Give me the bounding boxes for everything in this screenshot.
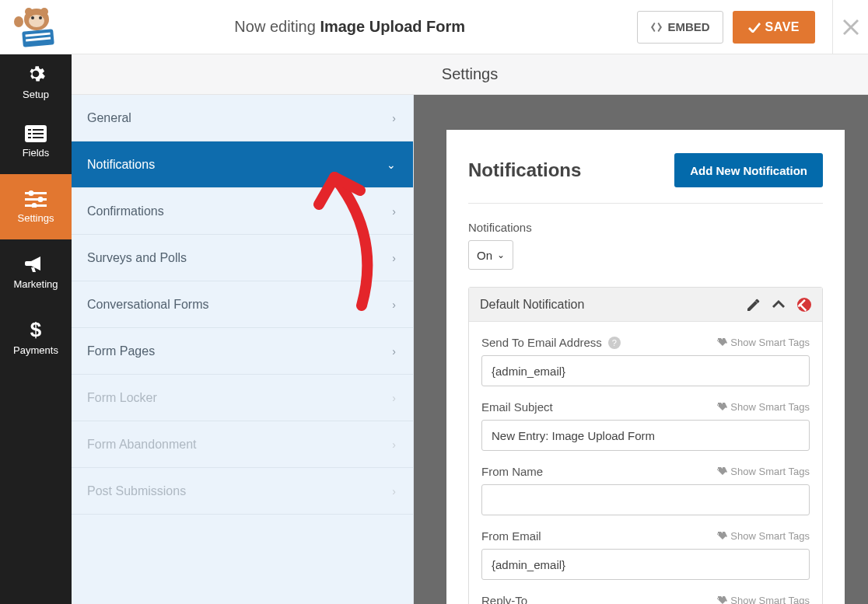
svg-rect-14 bbox=[33, 133, 44, 134]
sidebar-item-settings[interactable]: Settings bbox=[0, 174, 72, 239]
chevron-right-icon: › bbox=[392, 112, 396, 124]
tags-icon bbox=[716, 403, 727, 412]
svg-point-3 bbox=[29, 15, 44, 27]
svg-point-1 bbox=[25, 8, 33, 16]
editing-title: Now editing Image Upload Form bbox=[62, 18, 637, 36]
tags-icon bbox=[716, 467, 727, 477]
field-label-fromemail: From Email bbox=[481, 529, 541, 543]
sliders-icon bbox=[25, 190, 47, 208]
svg-rect-12 bbox=[33, 129, 44, 131]
field-label-replyto: Reply-To bbox=[481, 594, 527, 604]
top-bar: Now editing Image Upload Form EMBED SAVE bbox=[0, 0, 868, 54]
tags-icon bbox=[716, 532, 727, 541]
smart-tags-link[interactable]: Show Smart Tags bbox=[716, 595, 810, 604]
editing-form-name: Image Upload Form bbox=[320, 18, 465, 35]
notifications-toggle[interactable]: On ⌄ bbox=[468, 240, 513, 270]
chevron-down-icon: ⌄ bbox=[387, 159, 396, 171]
submenu-item-notifications[interactable]: Notifications ⌄ bbox=[72, 141, 413, 188]
chevron-up-icon[interactable] bbox=[772, 300, 785, 309]
chevron-right-icon: › bbox=[392, 299, 396, 311]
submenu-item-postsubmissions[interactable]: Post Submissions › bbox=[72, 468, 413, 515]
svg-point-20 bbox=[38, 197, 44, 202]
svg-point-22 bbox=[32, 203, 37, 208]
field-label-subject: Email Subject bbox=[481, 400, 553, 414]
svg-point-4 bbox=[31, 16, 34, 19]
sidebar-item-marketing[interactable]: Marketing bbox=[0, 239, 72, 305]
svg-rect-15 bbox=[28, 137, 31, 138]
field-label-sendto: Send To Email Address bbox=[481, 336, 602, 349]
tags-icon bbox=[716, 338, 727, 347]
submenu-item-confirmations[interactable]: Confirmations › bbox=[72, 188, 413, 235]
check-icon bbox=[748, 22, 761, 33]
editing-prefix: Now editing bbox=[234, 18, 316, 35]
chevron-right-icon: › bbox=[392, 438, 396, 451]
notifications-label: Notifications bbox=[468, 221, 823, 234]
notification-card: Default Notification Send To Email Addre… bbox=[468, 287, 823, 604]
chevron-right-icon: › bbox=[392, 392, 396, 404]
help-icon[interactable]: ? bbox=[608, 337, 621, 349]
save-button[interactable]: SAVE bbox=[733, 11, 815, 44]
card-header: Default Notification bbox=[469, 288, 822, 322]
submenu-item-conversational[interactable]: Conversational Forms › bbox=[72, 281, 413, 328]
chevron-right-icon: › bbox=[392, 485, 396, 498]
fromname-input[interactable] bbox=[481, 484, 810, 515]
smart-tags-link[interactable]: Show Smart Tags bbox=[716, 337, 810, 348]
tags-icon bbox=[716, 596, 727, 605]
gear-icon bbox=[26, 64, 46, 84]
sidebar: Setup Fields Settings Marketing $ Paymen… bbox=[0, 54, 72, 604]
delete-icon[interactable] bbox=[797, 298, 811, 312]
subject-input[interactable] bbox=[481, 420, 810, 451]
smart-tags-link[interactable]: Show Smart Tags bbox=[716, 466, 810, 477]
svg-rect-16 bbox=[33, 137, 44, 138]
svg-rect-13 bbox=[28, 133, 31, 134]
fromemail-input[interactable] bbox=[481, 549, 810, 580]
smart-tags-link[interactable]: Show Smart Tags bbox=[716, 530, 810, 542]
sendto-input[interactable] bbox=[481, 355, 810, 386]
add-notification-button[interactable]: Add New Notification bbox=[674, 153, 823, 187]
field-label-fromname: From Name bbox=[481, 465, 543, 478]
sidebar-item-setup[interactable]: Setup bbox=[0, 54, 72, 109]
app-logo bbox=[8, 4, 62, 51]
settings-header: Settings bbox=[72, 54, 868, 95]
list-icon bbox=[25, 125, 47, 142]
panel-title: Notifications bbox=[468, 159, 581, 181]
chevron-right-icon: › bbox=[392, 205, 396, 218]
submenu-item-abandonment[interactable]: Form Abandonment › bbox=[72, 421, 413, 468]
smart-tags-link[interactable]: Show Smart Tags bbox=[716, 401, 810, 413]
svg-rect-11 bbox=[28, 129, 31, 131]
close-button[interactable] bbox=[833, 0, 868, 54]
chevron-right-icon: › bbox=[392, 345, 396, 358]
submenu-item-surveys[interactable]: Surveys and Polls › bbox=[72, 235, 413, 281]
sidebar-item-payments[interactable]: $ Payments bbox=[0, 305, 72, 370]
submenu-item-formlocker[interactable]: Form Locker › bbox=[72, 375, 413, 421]
dollar-icon: $ bbox=[30, 319, 42, 340]
svg-rect-17 bbox=[25, 192, 47, 194]
embed-button[interactable]: EMBED bbox=[637, 11, 723, 44]
bullhorn-icon bbox=[25, 255, 47, 274]
close-icon bbox=[843, 19, 859, 35]
svg-rect-19 bbox=[25, 198, 47, 201]
pencil-icon[interactable] bbox=[747, 299, 760, 311]
svg-point-2 bbox=[40, 8, 48, 16]
svg-point-5 bbox=[39, 16, 42, 19]
chevron-right-icon: › bbox=[392, 252, 396, 264]
submenu-item-formpages[interactable]: Form Pages › bbox=[72, 328, 413, 375]
svg-point-9 bbox=[14, 16, 23, 27]
svg-point-18 bbox=[29, 190, 34, 196]
settings-submenu: General › Notifications ⌄ Confirmations … bbox=[72, 95, 414, 604]
svg-text:$: $ bbox=[30, 319, 42, 340]
canvas: Notifications Add New Notification Notif… bbox=[414, 95, 868, 604]
settings-panel: Notifications Add New Notification Notif… bbox=[446, 130, 845, 604]
submenu-item-general[interactable]: General › bbox=[72, 95, 413, 141]
chevron-down-icon: ⌄ bbox=[497, 250, 505, 260]
code-icon bbox=[650, 22, 663, 33]
sidebar-item-fields[interactable]: Fields bbox=[0, 109, 72, 174]
